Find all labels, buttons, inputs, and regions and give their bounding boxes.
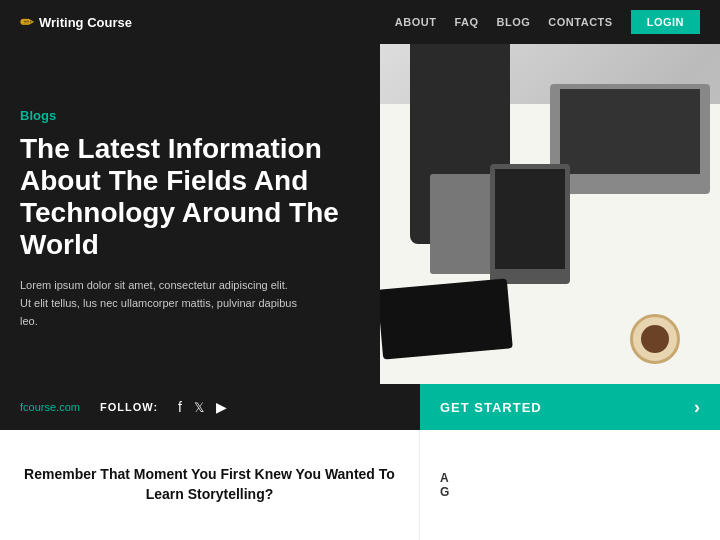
tablet-device — [380, 278, 513, 359]
follow-label: FOLLOW: — [100, 401, 158, 413]
hero-left: Blogs The Latest Information About The F… — [0, 44, 380, 384]
desk-phone — [490, 164, 570, 284]
cta-label: GET STARTED — [440, 400, 542, 415]
coffee-cup — [630, 314, 680, 364]
coffee-inner — [641, 325, 669, 353]
cta-arrow: › — [694, 397, 700, 418]
get-started-button[interactable]: GET STARTED › — [420, 384, 720, 430]
hero-tag: Blogs — [20, 108, 360, 123]
social-icons: f 𝕏 ▶ — [178, 399, 227, 415]
facebook-icon[interactable]: f — [178, 399, 182, 415]
login-button[interactable]: LOGIN — [631, 10, 700, 34]
laptop-screen — [560, 89, 700, 174]
footer-link[interactable]: fcourse.com — [20, 401, 80, 413]
nav-faq[interactable]: FAQ — [454, 16, 478, 28]
hero-section: Blogs The Latest Information About The F… — [0, 44, 720, 384]
nav-contacts[interactable]: CONTACTS — [548, 16, 612, 28]
content-main-title: Remember That Moment You First Knew You … — [20, 465, 399, 504]
content-left: Remember That Moment You First Knew You … — [0, 430, 420, 540]
twitter-icon[interactable]: 𝕏 — [194, 400, 204, 415]
content-section: Remember That Moment You First Knew You … — [0, 430, 720, 540]
nav-about[interactable]: ABOUT — [395, 16, 437, 28]
hero-image — [380, 44, 720, 384]
hero-title: The Latest Information About The Fields … — [20, 133, 360, 262]
laptop — [550, 84, 710, 194]
logo-icon: ✏ — [20, 13, 33, 32]
nav-blog[interactable]: BLOG — [497, 16, 531, 28]
nav-links: ABOUT FAQ BLOG CONTACTS LOGIN — [395, 10, 700, 34]
youtube-icon[interactable]: ▶ — [216, 399, 227, 415]
content-side-g: G — [440, 485, 700, 499]
logo-text: Writing Course — [39, 15, 132, 30]
content-right: A G — [420, 430, 720, 540]
navbar: ✏ Writing Course ABOUT FAQ BLOG CONTACTS… — [0, 0, 720, 44]
site-logo[interactable]: ✏ Writing Course — [20, 13, 132, 32]
content-side-a: A — [440, 471, 700, 485]
desk-phone-screen — [495, 169, 565, 269]
footer-left: fcourse.com FOLLOW: f 𝕏 ▶ — [0, 384, 420, 430]
hero-bg — [380, 44, 720, 384]
hero-description: Lorem ipsum dolor sit amet, consectetur … — [20, 277, 300, 330]
footer-bar: fcourse.com FOLLOW: f 𝕏 ▶ GET STARTED › — [0, 384, 720, 430]
